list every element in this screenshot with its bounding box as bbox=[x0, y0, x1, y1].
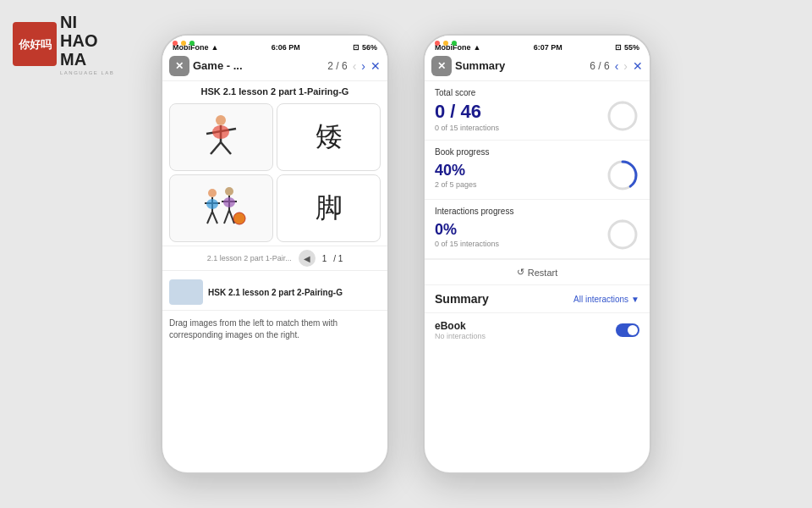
logo-brand: NIHAOMA bbox=[60, 13, 114, 69]
svg-point-0 bbox=[216, 115, 226, 125]
nav-prev-right[interactable]: ‹ bbox=[613, 59, 621, 73]
lesson-name-2: HSK 2.1 lesson 2 part 2-Pairing-G bbox=[208, 288, 343, 297]
pagination-left: 2.1 lesson 2 part 1-Pair... ◀ 1 / 1 bbox=[162, 246, 387, 270]
logo-subtitle: LANGUAGE LAB bbox=[60, 70, 114, 75]
game-cell-1[interactable] bbox=[169, 103, 273, 171]
svg-line-3 bbox=[211, 142, 221, 154]
interactions-progress-value: 0% bbox=[435, 221, 499, 239]
nav-next-right[interactable]: › bbox=[622, 59, 629, 73]
right-phone: MobiFone ▲ 6:07 PM ⊡ 55% ✕ Summary 6 / 6… bbox=[423, 34, 651, 474]
total-score-row: 0 / 46 0 of 15 interactions bbox=[435, 99, 639, 133]
svg-point-5 bbox=[212, 125, 229, 139]
book-progress-section: Book progress 40% 2 of 5 pages bbox=[425, 141, 650, 200]
status-bar-right: MobiFone ▲ 6:07 PM ⊡ 55% bbox=[425, 36, 650, 51]
nav-more-right[interactable]: ✕ bbox=[633, 59, 643, 73]
svg-point-17 bbox=[223, 197, 235, 207]
interactions-progress-label: Interactions progress bbox=[435, 207, 639, 216]
filter-chevron: ▼ bbox=[631, 295, 639, 304]
svg-point-6 bbox=[208, 189, 217, 197]
total-score-circle bbox=[606, 99, 639, 133]
chinese-char-2: 脚 bbox=[315, 190, 343, 227]
ebook-info: eBook No interactions bbox=[435, 320, 616, 340]
close-button-left[interactable]: ✕ bbox=[169, 56, 189, 76]
game-cell-2[interactable] bbox=[169, 174, 273, 242]
figure-exercise bbox=[194, 110, 249, 165]
logo: 你好吗 NIHAOMA LANGUAGE LAB bbox=[13, 13, 114, 75]
summary-header: Summary All interactions ▼ bbox=[425, 284, 650, 312]
current-page: 1 bbox=[322, 254, 327, 263]
figure-people bbox=[194, 181, 249, 236]
ebook-sub: No interactions bbox=[435, 332, 616, 340]
left-content: HSK 2.1 lesson 2 part 1-Pairing-G 矮 bbox=[162, 81, 387, 472]
close-button-right[interactable]: ✕ bbox=[431, 56, 452, 76]
summary-filter[interactable]: All interactions ▼ bbox=[573, 295, 639, 304]
phone-dots-right bbox=[435, 41, 457, 46]
filter-label: All interactions bbox=[573, 295, 628, 304]
svg-point-18 bbox=[233, 213, 245, 224]
game-cell-char-2[interactable]: 脚 bbox=[277, 174, 381, 242]
nav-more-left[interactable]: ✕ bbox=[370, 59, 381, 73]
lesson-thumb-2 bbox=[169, 279, 203, 305]
ebook-title: eBook bbox=[435, 320, 616, 332]
svg-line-4 bbox=[221, 142, 231, 154]
book-progress-circle bbox=[606, 158, 639, 192]
lesson-item-2[interactable]: HSK 2.1 lesson 2 part 2-Pairing-G bbox=[169, 276, 381, 308]
interactions-progress-row: 0% 0 of 15 interactions bbox=[435, 218, 639, 251]
right-content: Total score 0 / 46 0 of 15 interactions … bbox=[425, 81, 650, 472]
total-score-section: Total score 0 / 46 0 of 15 interactions bbox=[425, 81, 650, 141]
book-progress-sub: 2 of 5 pages bbox=[435, 180, 477, 189]
book-progress-label: Book progress bbox=[435, 147, 639, 157]
nav-bar-left: ✕ Game - ... 2 / 6 ‹ › ✕ bbox=[162, 51, 387, 81]
nav-title-right: Summary bbox=[455, 59, 586, 72]
ebook-row: eBook No interactions bbox=[425, 312, 650, 347]
svg-point-19 bbox=[609, 102, 636, 130]
prev-page-btn[interactable]: ◀ bbox=[299, 250, 315, 267]
interactions-progress-section: Interactions progress 0% 0 of 15 interac… bbox=[425, 200, 650, 259]
status-bar-left: MobiFone ▲ 6:06 PM ⊡ 56% bbox=[162, 36, 387, 51]
ebook-toggle[interactable] bbox=[616, 323, 639, 337]
lesson-short-name: 2.1 lesson 2 part 1-Pair... bbox=[207, 254, 292, 262]
book-progress-value: 40% bbox=[435, 162, 477, 179]
nav-fraction-right: 6 / 6 bbox=[590, 60, 609, 72]
instruction-area: Drag images from the left to match them … bbox=[162, 310, 387, 348]
nav-bar-right: ✕ Summary 6 / 6 ‹ › ✕ bbox=[425, 51, 650, 81]
left-phone: MobiFone ▲ 6:06 PM ⊡ 56% ✕ Game - ... 2 … bbox=[161, 34, 389, 474]
lesson-title-1: HSK 2.1 lesson 2 part 1-Pairing-G bbox=[162, 81, 387, 100]
nav-title-left: Game - ... bbox=[193, 59, 324, 72]
restart-label: Restart bbox=[528, 268, 557, 278]
total-score-sub: 0 of 15 interactions bbox=[435, 124, 499, 132]
restart-button[interactable]: ↺ Restart bbox=[425, 259, 650, 284]
phone-dots-left bbox=[173, 41, 195, 46]
total-score-value: 0 / 46 bbox=[435, 101, 499, 123]
svg-line-9 bbox=[207, 212, 212, 224]
svg-point-11 bbox=[206, 199, 218, 209]
svg-point-23 bbox=[609, 221, 636, 248]
instruction-text: Drag images from the left to match them … bbox=[169, 318, 337, 340]
nav-fraction-left: 2 / 6 bbox=[327, 60, 347, 72]
summary-title: Summary bbox=[435, 292, 489, 306]
nav-prev-left[interactable]: ‹ bbox=[351, 59, 359, 73]
chinese-char-1: 矮 bbox=[315, 119, 343, 156]
nav-arrows-right: ‹ › bbox=[613, 59, 629, 73]
restart-icon: ↺ bbox=[517, 267, 524, 278]
lesson-section-2: HSK 2.1 lesson 2 part 2-Pairing-G bbox=[162, 270, 387, 310]
interactions-progress-sub: 0 of 15 interactions bbox=[435, 240, 499, 248]
book-progress-row: 40% 2 of 5 pages bbox=[435, 158, 639, 192]
logo-chinese: 你好吗 bbox=[13, 22, 57, 66]
svg-line-15 bbox=[224, 210, 229, 224]
svg-point-12 bbox=[225, 187, 233, 196]
total-pages: / 1 bbox=[333, 254, 343, 263]
nav-next-left[interactable]: › bbox=[359, 59, 367, 73]
game-cell-char-1[interactable]: 矮 bbox=[277, 103, 381, 171]
interactions-circle bbox=[606, 218, 639, 251]
svg-line-10 bbox=[212, 212, 217, 224]
game-grid: 矮 bbox=[162, 100, 387, 246]
nav-arrows-left: ‹ › bbox=[351, 59, 367, 73]
total-score-label: Total score bbox=[435, 88, 639, 97]
